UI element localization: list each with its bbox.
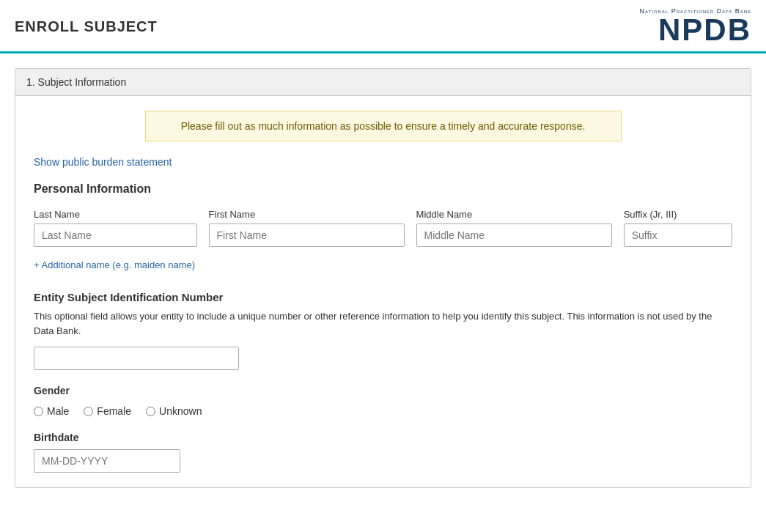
birthdate-heading: Birthdate bbox=[34, 432, 732, 443]
first-name-group: First Name bbox=[209, 209, 405, 247]
info-alert: Please fill out as much information as p… bbox=[145, 111, 622, 141]
middle-name-group: Middle Name bbox=[416, 209, 612, 247]
personal-info-heading: Personal Information bbox=[34, 182, 732, 196]
last-name-label: Last Name bbox=[34, 209, 197, 220]
first-name-input[interactable] bbox=[209, 223, 405, 247]
first-name-label: First Name bbox=[209, 209, 405, 220]
middle-name-input[interactable] bbox=[416, 223, 612, 247]
entity-id-input[interactable] bbox=[34, 347, 239, 370]
gender-unknown-option[interactable]: Unknown bbox=[146, 405, 202, 417]
section-number: 1. Subject Information bbox=[26, 76, 126, 88]
page-title: ENROLL SUBJECT bbox=[15, 18, 158, 35]
logo-letters: NPDB bbox=[658, 12, 751, 47]
last-name-input[interactable] bbox=[34, 223, 197, 247]
gender-section: Gender Male Female Unknown bbox=[34, 385, 732, 417]
entity-id-section: Entity Subject Identification Number Thi… bbox=[34, 291, 732, 385]
npdb-logo: National Practitioner Data Bank NPDB bbox=[639, 7, 751, 45]
gender-male-label: Male bbox=[47, 405, 69, 417]
suffix-group: Suffix (Jr, III) bbox=[624, 209, 732, 247]
birthdate-input[interactable] bbox=[34, 449, 180, 473]
page-header: ENROLL SUBJECT National Practitioner Dat… bbox=[0, 0, 766, 53]
gender-male-option[interactable]: Male bbox=[34, 405, 69, 417]
gender-male-radio[interactable] bbox=[34, 407, 43, 416]
gender-unknown-label: Unknown bbox=[159, 405, 202, 417]
gender-heading: Gender bbox=[34, 385, 732, 396]
entity-id-heading: Entity Subject Identification Number bbox=[34, 291, 732, 303]
gender-female-option[interactable]: Female bbox=[84, 405, 131, 417]
gender-female-label: Female bbox=[97, 405, 131, 417]
gender-unknown-radio[interactable] bbox=[146, 407, 155, 416]
middle-name-label: Middle Name bbox=[416, 209, 612, 220]
alert-text: Please fill out as much information as p… bbox=[181, 120, 586, 132]
burden-statement-link[interactable]: Show public burden statement bbox=[34, 156, 172, 168]
name-fields-row: Last Name First Name Middle Name Suffix … bbox=[34, 209, 732, 247]
birthdate-section: Birthdate bbox=[34, 432, 732, 473]
suffix-input[interactable] bbox=[624, 223, 732, 247]
gender-female-radio[interactable] bbox=[84, 407, 93, 416]
section-body: Please fill out as much information as p… bbox=[15, 96, 751, 487]
gender-options-group: Male Female Unknown bbox=[34, 405, 732, 417]
suffix-label: Suffix (Jr, III) bbox=[624, 209, 732, 220]
last-name-group: Last Name bbox=[34, 209, 197, 247]
subject-information-card: 1. Subject Information Please fill out a… bbox=[15, 68, 751, 488]
entity-id-desc: This optional field allows your entity t… bbox=[34, 309, 732, 338]
main-content: 1. Subject Information Please fill out a… bbox=[0, 53, 766, 503]
section-header: 1. Subject Information bbox=[15, 69, 751, 96]
additional-name-link[interactable]: + Additional name (e.g. maiden name) bbox=[34, 259, 195, 270]
